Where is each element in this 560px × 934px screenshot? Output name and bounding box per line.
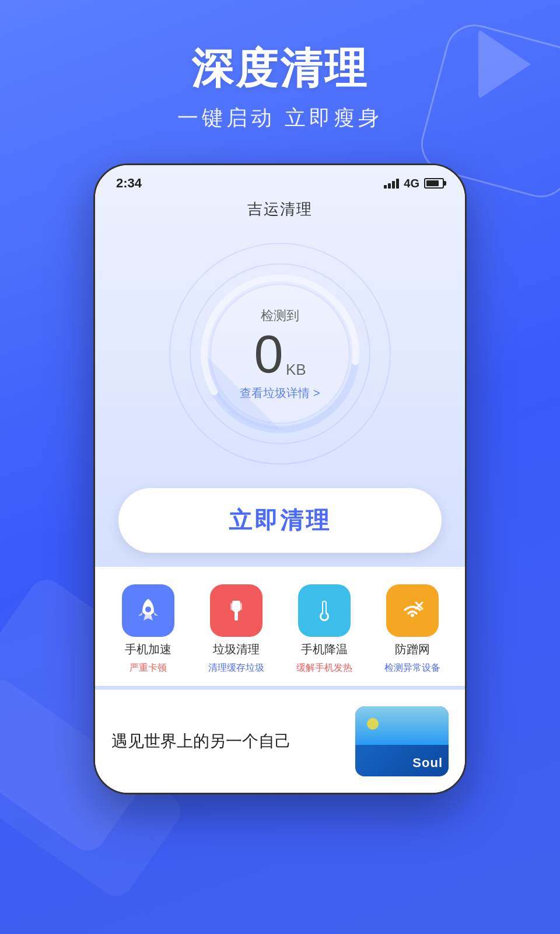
thermometer-icon <box>310 596 339 625</box>
svg-point-2 <box>145 607 151 612</box>
rocket-icon <box>134 596 163 625</box>
gauge-value: 0 <box>254 325 283 384</box>
wifi-x-icon <box>398 596 427 625</box>
phone-body: 2:34 4G 吉运清理 <box>93 163 467 794</box>
feature-item-cool[interactable]: 手机降温 缓解手机发热 <box>283 584 365 674</box>
clean-button-area: 立即清理 <box>95 476 465 567</box>
main-title: 深度清理 <box>0 41 560 97</box>
ad-text: 遇见世界上的另一个自己 <box>111 730 344 752</box>
phone-mockup: 2:34 4G 吉运清理 <box>93 163 467 794</box>
battery-fill <box>426 180 439 186</box>
svg-rect-4 <box>235 611 238 621</box>
gauge-content: 检测到 0 KB 查看垃圾详情 > <box>240 307 320 401</box>
feature-name-cool: 手机降温 <box>301 642 348 657</box>
svg-rect-9 <box>323 602 326 615</box>
feature-grid: 手机加速 严重卡顿 垃圾清理 清理缓存垃圾 <box>95 567 465 686</box>
svg-point-10 <box>321 614 327 619</box>
gauge-container: 检测到 0 KB 查看垃圾详情 > <box>169 243 391 465</box>
network-label: 4G <box>404 177 419 190</box>
feature-item-trash[interactable]: 垃圾清理 清理缓存垃圾 <box>195 584 277 674</box>
sub-title: 一键启动 立即瘦身 <box>0 104 560 133</box>
feature-icon-cool <box>298 584 351 637</box>
feature-icon-speed <box>122 584 174 637</box>
svg-rect-5 <box>230 603 232 610</box>
feature-name-speed: 手机加速 <box>125 642 172 657</box>
svg-rect-6 <box>240 603 242 610</box>
gauge-detail-link[interactable]: 查看垃圾详情 > <box>240 385 320 401</box>
feature-item-wifi[interactable]: 防蹭网 检测异常设备 <box>371 584 453 674</box>
clean-button[interactable]: 立即清理 <box>118 488 442 553</box>
status-right-icons: 4G <box>384 177 444 190</box>
feature-status-speed: 严重卡顿 <box>130 662 167 674</box>
feature-status-trash: 清理缓存垃圾 <box>208 662 264 674</box>
status-bar: 2:34 4G <box>95 165 465 191</box>
ad-app-name: Soul <box>412 755 443 771</box>
gauge-value-row: 0 KB <box>240 328 320 381</box>
gauge-unit: KB <box>286 361 306 378</box>
feature-icon-wifi <box>386 584 439 637</box>
ad-image: Soul <box>355 706 449 776</box>
gauge-area: 检测到 0 KB 查看垃圾详情 > <box>95 219 465 476</box>
svg-point-13 <box>367 718 379 730</box>
app-title: 吉运清理 <box>95 191 465 219</box>
header-section: 深度清理 一键启动 立即瘦身 <box>0 41 560 133</box>
status-time: 2:34 <box>116 176 142 191</box>
feature-item-speed[interactable]: 手机加速 严重卡顿 <box>107 584 189 674</box>
feature-status-wifi: 检测异常设备 <box>384 662 440 674</box>
gauge-label: 检测到 <box>240 307 320 325</box>
battery-icon <box>424 178 444 189</box>
feature-status-cool: 缓解手机发热 <box>296 662 352 674</box>
signal-icon <box>384 179 399 189</box>
feature-name-trash: 垃圾清理 <box>213 642 260 657</box>
ad-banner[interactable]: 遇见世界上的另一个自己 Soul <box>95 689 465 793</box>
feature-name-wifi: 防蹭网 <box>395 642 430 657</box>
phone-screen: 2:34 4G 吉运清理 <box>95 165 465 793</box>
brush-icon <box>222 596 251 625</box>
feature-icon-trash <box>210 584 262 637</box>
sun-decoration <box>361 712 384 736</box>
